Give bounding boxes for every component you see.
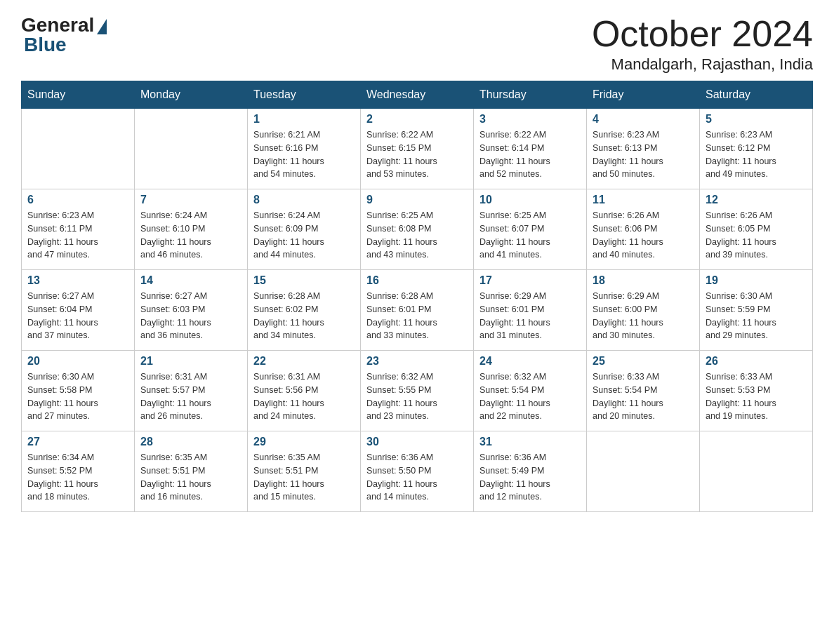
day-number: 15	[253, 274, 355, 287]
logo-blue-text: Blue	[24, 34, 67, 56]
calendar-cell: 29Sunrise: 6:35 AM Sunset: 5:51 PM Dayli…	[248, 431, 361, 512]
calendar-cell: 3Sunrise: 6:22 AM Sunset: 6:14 PM Daylig…	[474, 109, 587, 189]
calendar-cell: 23Sunrise: 6:32 AM Sunset: 5:55 PM Dayli…	[361, 351, 474, 431]
day-info: Sunrise: 6:31 AM Sunset: 5:57 PM Dayligh…	[140, 370, 241, 423]
day-number: 16	[366, 274, 468, 287]
day-number: 12	[706, 194, 807, 206]
day-number: 11	[593, 194, 694, 206]
title-area: October 2024 Mandalgarh, Rajasthan, Indi…	[592, 14, 813, 74]
calendar-week-row: 1Sunrise: 6:21 AM Sunset: 6:16 PM Daylig…	[22, 109, 813, 189]
day-info: Sunrise: 6:30 AM Sunset: 5:58 PM Dayligh…	[27, 370, 128, 423]
day-number: 29	[253, 436, 355, 448]
weekday-header-monday: Monday	[135, 81, 248, 109]
day-number: 20	[27, 355, 128, 368]
calendar-cell: 11Sunrise: 6:26 AM Sunset: 6:06 PM Dayli…	[587, 189, 700, 270]
calendar-cell: 9Sunrise: 6:25 AM Sunset: 6:08 PM Daylig…	[361, 189, 474, 270]
calendar-cell: 16Sunrise: 6:28 AM Sunset: 6:01 PM Dayli…	[361, 270, 474, 351]
day-number: 19	[706, 274, 807, 287]
day-number: 4	[593, 113, 694, 126]
calendar-cell: 12Sunrise: 6:26 AM Sunset: 6:05 PM Dayli…	[700, 189, 813, 270]
day-info: Sunrise: 6:31 AM Sunset: 5:56 PM Dayligh…	[253, 370, 355, 423]
day-number: 18	[593, 274, 694, 287]
day-number: 28	[140, 436, 241, 448]
weekday-header-sunday: Sunday	[22, 81, 135, 109]
day-number: 26	[706, 355, 807, 368]
calendar-cell: 22Sunrise: 6:31 AM Sunset: 5:56 PM Dayli…	[248, 351, 361, 431]
calendar-cell: 17Sunrise: 6:29 AM Sunset: 6:01 PM Dayli…	[474, 270, 587, 351]
day-number: 27	[27, 436, 128, 448]
day-number: 7	[140, 194, 241, 206]
day-number: 21	[140, 355, 241, 368]
day-info: Sunrise: 6:24 AM Sunset: 6:09 PM Dayligh…	[253, 209, 355, 262]
day-number: 13	[27, 274, 128, 287]
day-info: Sunrise: 6:22 AM Sunset: 6:15 PM Dayligh…	[366, 128, 468, 181]
day-info: Sunrise: 6:23 AM Sunset: 6:11 PM Dayligh…	[27, 209, 128, 262]
day-info: Sunrise: 6:23 AM Sunset: 6:13 PM Dayligh…	[593, 128, 694, 181]
calendar-week-row: 20Sunrise: 6:30 AM Sunset: 5:58 PM Dayli…	[22, 351, 813, 431]
day-info: Sunrise: 6:27 AM Sunset: 6:04 PM Dayligh…	[27, 290, 128, 342]
day-info: Sunrise: 6:24 AM Sunset: 6:10 PM Dayligh…	[140, 209, 241, 262]
day-number: 24	[479, 355, 581, 368]
day-info: Sunrise: 6:29 AM Sunset: 6:01 PM Dayligh…	[479, 290, 581, 342]
weekday-header-thursday: Thursday	[474, 81, 587, 109]
logo: General Blue	[21, 14, 107, 56]
calendar-cell: 31Sunrise: 6:36 AM Sunset: 5:49 PM Dayli…	[474, 431, 587, 512]
weekday-header-row: SundayMondayTuesdayWednesdayThursdayFrid…	[22, 81, 813, 109]
calendar-cell	[587, 431, 700, 512]
day-info: Sunrise: 6:30 AM Sunset: 5:59 PM Dayligh…	[706, 290, 807, 342]
calendar-cell: 6Sunrise: 6:23 AM Sunset: 6:11 PM Daylig…	[22, 189, 135, 270]
calendar-cell: 2Sunrise: 6:22 AM Sunset: 6:15 PM Daylig…	[361, 109, 474, 189]
calendar-cell	[135, 109, 248, 189]
day-number: 9	[366, 194, 468, 206]
day-info: Sunrise: 6:32 AM Sunset: 5:55 PM Dayligh…	[366, 370, 468, 423]
calendar-cell: 28Sunrise: 6:35 AM Sunset: 5:51 PM Dayli…	[135, 431, 248, 512]
day-info: Sunrise: 6:33 AM Sunset: 5:54 PM Dayligh…	[593, 370, 694, 423]
day-info: Sunrise: 6:26 AM Sunset: 6:05 PM Dayligh…	[706, 209, 807, 262]
day-info: Sunrise: 6:22 AM Sunset: 6:14 PM Dayligh…	[479, 128, 581, 181]
calendar-cell: 24Sunrise: 6:32 AM Sunset: 5:54 PM Dayli…	[474, 351, 587, 431]
calendar-cell: 18Sunrise: 6:29 AM Sunset: 6:00 PM Dayli…	[587, 270, 700, 351]
calendar-week-row: 27Sunrise: 6:34 AM Sunset: 5:52 PM Dayli…	[22, 431, 813, 512]
calendar-cell: 13Sunrise: 6:27 AM Sunset: 6:04 PM Dayli…	[22, 270, 135, 351]
calendar-cell: 7Sunrise: 6:24 AM Sunset: 6:10 PM Daylig…	[135, 189, 248, 270]
month-title: October 2024	[592, 14, 813, 54]
logo-triangle-icon	[97, 19, 107, 34]
calendar-cell	[700, 431, 813, 512]
calendar-cell: 8Sunrise: 6:24 AM Sunset: 6:09 PM Daylig…	[248, 189, 361, 270]
day-info: Sunrise: 6:36 AM Sunset: 5:49 PM Dayligh…	[479, 451, 581, 504]
calendar-week-row: 13Sunrise: 6:27 AM Sunset: 6:04 PM Dayli…	[22, 270, 813, 351]
day-info: Sunrise: 6:35 AM Sunset: 5:51 PM Dayligh…	[253, 451, 355, 504]
calendar-cell: 25Sunrise: 6:33 AM Sunset: 5:54 PM Dayli…	[587, 351, 700, 431]
day-number: 25	[593, 355, 694, 368]
day-info: Sunrise: 6:33 AM Sunset: 5:53 PM Dayligh…	[706, 370, 807, 423]
day-info: Sunrise: 6:27 AM Sunset: 6:03 PM Dayligh…	[140, 290, 241, 342]
calendar-cell: 5Sunrise: 6:23 AM Sunset: 6:12 PM Daylig…	[700, 109, 813, 189]
day-number: 10	[479, 194, 581, 206]
day-info: Sunrise: 6:29 AM Sunset: 6:00 PM Dayligh…	[593, 290, 694, 342]
day-info: Sunrise: 6:34 AM Sunset: 5:52 PM Dayligh…	[27, 451, 128, 504]
calendar-cell	[22, 109, 135, 189]
calendar-cell: 20Sunrise: 6:30 AM Sunset: 5:58 PM Dayli…	[22, 351, 135, 431]
day-number: 14	[140, 274, 241, 287]
day-info: Sunrise: 6:23 AM Sunset: 6:12 PM Dayligh…	[706, 128, 807, 181]
calendar-cell: 26Sunrise: 6:33 AM Sunset: 5:53 PM Dayli…	[700, 351, 813, 431]
day-number: 23	[366, 355, 468, 368]
day-number: 30	[366, 436, 468, 448]
location-title: Mandalgarh, Rajasthan, India	[592, 55, 813, 74]
day-number: 6	[27, 194, 128, 206]
calendar-cell: 1Sunrise: 6:21 AM Sunset: 6:16 PM Daylig…	[248, 109, 361, 189]
calendar-cell: 21Sunrise: 6:31 AM Sunset: 5:57 PM Dayli…	[135, 351, 248, 431]
day-number: 22	[253, 355, 355, 368]
day-number: 1	[253, 113, 355, 126]
calendar-week-row: 6Sunrise: 6:23 AM Sunset: 6:11 PM Daylig…	[22, 189, 813, 270]
day-info: Sunrise: 6:26 AM Sunset: 6:06 PM Dayligh…	[593, 209, 694, 262]
calendar-cell: 27Sunrise: 6:34 AM Sunset: 5:52 PM Dayli…	[22, 431, 135, 512]
calendar-cell: 15Sunrise: 6:28 AM Sunset: 6:02 PM Dayli…	[248, 270, 361, 351]
day-info: Sunrise: 6:21 AM Sunset: 6:16 PM Dayligh…	[253, 128, 355, 181]
day-info: Sunrise: 6:36 AM Sunset: 5:50 PM Dayligh…	[366, 451, 468, 504]
weekday-header-friday: Friday	[587, 81, 700, 109]
day-number: 31	[479, 436, 581, 448]
weekday-header-tuesday: Tuesday	[248, 81, 361, 109]
weekday-header-saturday: Saturday	[700, 81, 813, 109]
calendar-cell: 30Sunrise: 6:36 AM Sunset: 5:50 PM Dayli…	[361, 431, 474, 512]
